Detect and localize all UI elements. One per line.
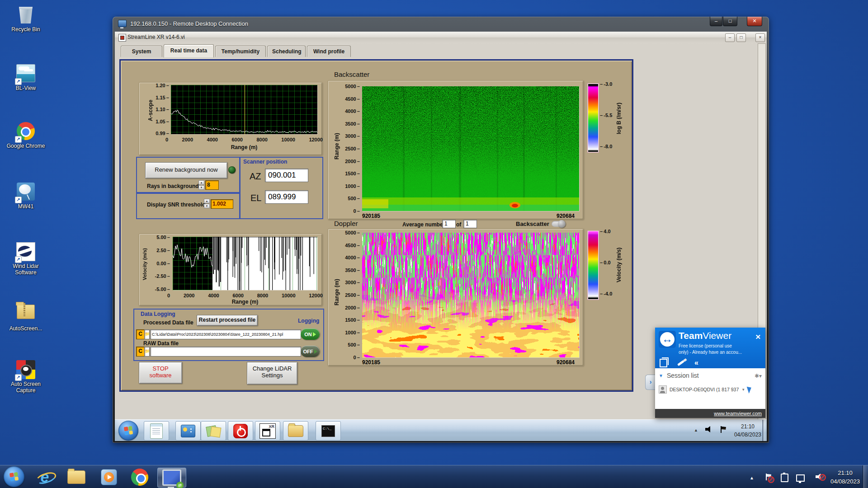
tray-action-center-icon[interactable] — [766, 474, 772, 480]
taskbar-notepad-icon[interactable] — [144, 421, 169, 441]
el-value-field[interactable]: 089.999 — [265, 190, 308, 204]
copy-icon[interactable] — [660, 359, 667, 367]
tray-network-icon[interactable] — [796, 474, 805, 482]
snr-spinner[interactable]: ▲▼ — [204, 199, 210, 208]
rdp-minimize-button[interactable]: – — [710, 17, 722, 26]
velocity-ylabel: Velocity (m/s) — [142, 244, 147, 285]
average-number-label: Average number — [402, 221, 445, 228]
taskbar-control-app-icon[interactable] — [175, 421, 201, 441]
taskbar-streamline-xr-icon[interactable] — [255, 421, 280, 441]
raw-browse-icon[interactable]: 📁 — [144, 347, 150, 357]
desktop-icon-recycle-bin[interactable]: Recycle Bin — [1, 5, 51, 33]
data-logging-title: Data Logging — [141, 311, 175, 317]
processed-drive-box[interactable]: C — [136, 329, 145, 339]
renew-background-button[interactable]: Renew background now — [145, 162, 227, 178]
rays-value-field[interactable]: 8 — [205, 180, 219, 190]
velocity-xticks: 020004000600080001000012000 — [167, 293, 323, 298]
app-maximize-button[interactable]: □ — [736, 33, 746, 42]
taskbar-chrome-icon[interactable] — [129, 468, 150, 487]
ascope-graph: A-scope 1.201.151.101.050.99 02000400060… — [139, 82, 322, 155]
teamviewer-collapse-handle[interactable]: › — [645, 375, 656, 390]
show-desktop-button[interactable] — [863, 465, 868, 488]
tab-wind-profile[interactable]: Wind profile — [307, 46, 351, 57]
desktop-icon-chrome[interactable]: ↗ Google Chrome — [1, 121, 51, 150]
processed-path-field[interactable]: C:\Lidar\Data\Proc\2023\202308\20230804\… — [150, 329, 301, 339]
shortcut-arrow-icon: ↗ — [15, 256, 22, 263]
snr-threshold-box: Display SNR threshold ▲▼ 1.002 — [136, 192, 240, 219]
raw-logging-off-button[interactable]: OFF — [301, 346, 320, 357]
desktop-icon-label: Recycle Bin — [1, 27, 51, 33]
tab-system-setup[interactable]: System setup — [121, 46, 162, 57]
processed-logging-on-button[interactable]: ON — [301, 328, 320, 340]
desktop-icon-wind-lidar[interactable]: ↗ Wind Lidar Software — [1, 241, 51, 276]
average-number-field[interactable]: 1 — [442, 220, 456, 228]
teamviewer-close-icon[interactable]: ✕ — [755, 333, 761, 341]
teamviewer-footer: www.teamviewer.com — [655, 409, 765, 418]
desktop-icon-bl-view[interactable]: ↗ BL-View — [1, 63, 51, 92]
remote-start-button[interactable] — [118, 421, 138, 441]
app-minimize-button[interactable]: – — [725, 33, 735, 42]
backscatter-colorbar — [588, 84, 599, 152]
taskbar-sticky-notes-icon[interactable] — [201, 421, 226, 441]
gear-icon[interactable]: ✱▾ — [755, 373, 762, 379]
tab-temp-humidity[interactable]: Temp/humidity — [215, 46, 266, 57]
desktop-icon-label: Auto Screen Capture — [4, 381, 47, 394]
tab-real-time-data[interactable]: Real time data — [164, 44, 214, 57]
remote-tray-volume-icon[interactable] — [705, 426, 712, 432]
desktop-icon-autoscreen-zip[interactable]: AutoScreen... — [1, 301, 51, 332]
tray-volume-muted-icon[interactable] — [816, 474, 823, 480]
backscatter-heatmap — [362, 86, 579, 211]
remote-tray-expand-icon[interactable]: ▲ — [694, 428, 698, 432]
processed-browse-icon[interactable]: 📁 — [144, 329, 150, 339]
rays-spinner[interactable]: ▲▼ — [198, 180, 204, 189]
rdp-close-button[interactable]: ✕ — [747, 17, 762, 26]
average-count-field[interactable]: 1 — [463, 220, 477, 228]
taskbar-rdp-icon[interactable] — [157, 468, 186, 488]
chevron-down-icon[interactable]: ▼ — [741, 388, 745, 392]
zip-folder-icon — [17, 305, 35, 319]
snr-threshold-label: Display SNR threshold — [147, 202, 205, 208]
ascope-xlabel: Range (m) — [171, 144, 317, 150]
rdp-maximize-button[interactable]: □ — [723, 17, 737, 26]
restart-processed-file-button[interactable]: Restart processed file — [197, 315, 258, 326]
stop-software-button[interactable]: STOPsoftware — [139, 362, 182, 384]
backscatter-colorbar-label: log B (/m/sr) — [616, 96, 622, 141]
session-list-item[interactable]: DESKTOP-OE0QDVI (1 817 937 ▼ — [659, 385, 752, 394]
velocity-xlabel: Range (m) — [173, 299, 317, 305]
el-label: EL — [250, 193, 261, 203]
snr-value-field[interactable]: 1.002 — [211, 199, 233, 209]
teamviewer-link[interactable]: www.teamviewer.com — [714, 411, 762, 416]
shortcut-arrow-icon: ↗ — [15, 136, 22, 143]
of-label: of — [456, 221, 461, 228]
teamviewer-toolbar: « — [660, 358, 698, 367]
taskbar-wmp-icon[interactable] — [99, 468, 119, 487]
doppler-colorbar-ticks: 4.00.0-4.0 — [600, 229, 612, 296]
app-close-button[interactable]: × — [755, 33, 765, 42]
raw-path-field[interactable] — [150, 347, 301, 357]
brush-icon[interactable] — [677, 360, 684, 366]
taskbar-explorer-icon[interactable] — [66, 468, 87, 487]
start-button[interactable] — [4, 466, 24, 487]
desktop-icon-auto-screen-capture[interactable]: ↗ Auto Screen Capture — [1, 360, 51, 394]
tab-scheduling[interactable]: Scheduling — [267, 46, 306, 57]
tray-expand-icon[interactable]: ▲ — [750, 475, 754, 480]
logging-label: Logging — [298, 318, 319, 324]
remote-show-desktop-button[interactable] — [763, 420, 767, 441]
session-list-header[interactable]: ▼ Session list — [659, 372, 699, 379]
collapse-left-icon[interactable]: « — [694, 359, 698, 367]
remote-tray-action-center-icon[interactable] — [721, 426, 727, 433]
backscatter-toggle[interactable] — [552, 221, 565, 227]
teamviewer-logo-icon — [659, 331, 676, 348]
taskbar-ie-icon[interactable]: e — [34, 468, 55, 487]
raw-drive-box[interactable]: C — [136, 347, 145, 357]
doppler-title: Doppler — [334, 220, 358, 227]
change-lidar-settings-button[interactable]: Change LiDARSettings — [247, 362, 297, 385]
desktop-icon-label: BL-View — [1, 85, 51, 92]
tray-battery-icon[interactable] — [781, 474, 788, 482]
desktop-icon-mw41[interactable]: ↗ MW41 — [1, 182, 51, 210]
taskbar-cmd-icon[interactable]: C:\_ — [316, 421, 341, 441]
az-value-field[interactable]: 090.001 — [265, 169, 308, 182]
taskbar-folder-icon[interactable] — [283, 421, 308, 441]
taskbar-stop-app-icon[interactable] — [228, 421, 253, 441]
shortcut-arrow-icon: ↗ — [15, 78, 22, 85]
